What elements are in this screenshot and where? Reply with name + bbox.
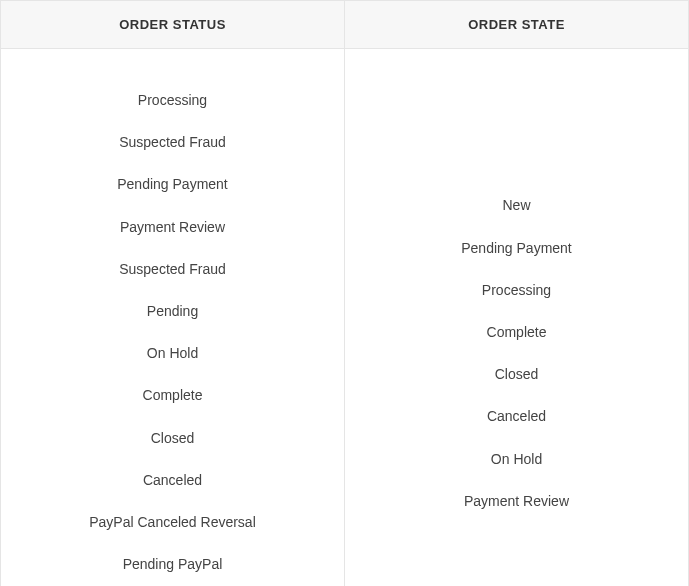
list-item: Pending PayPal	[123, 543, 223, 585]
order-state-header: ORDER STATE	[345, 1, 688, 49]
list-item: Processing	[482, 269, 551, 311]
list-item: New	[502, 184, 530, 226]
list-item: Payment Review	[464, 480, 569, 522]
list-item: Closed	[151, 417, 195, 459]
list-item: Pending Payment	[461, 227, 572, 269]
list-item: Complete	[487, 311, 547, 353]
list-item: On Hold	[147, 332, 198, 374]
order-state-column: ORDER STATE NewPending PaymentProcessing…	[345, 1, 688, 586]
list-item: Canceled	[143, 459, 202, 501]
order-state-body: NewPending PaymentProcessingCompleteClos…	[345, 49, 688, 586]
comparison-table: ORDER STATUS ProcessingSuspected FraudPe…	[0, 0, 689, 586]
order-status-body: ProcessingSuspected FraudPending Payment…	[1, 49, 344, 586]
order-status-column: ORDER STATUS ProcessingSuspected FraudPe…	[1, 1, 345, 586]
list-item: Suspected Fraud	[119, 121, 226, 163]
list-item: PayPal Canceled Reversal	[89, 501, 256, 543]
order-status-header: ORDER STATUS	[1, 1, 344, 49]
list-item: On Hold	[491, 438, 542, 480]
list-item: Complete	[143, 374, 203, 416]
list-item: Pending Payment	[117, 163, 228, 205]
list-item: Canceled	[487, 395, 546, 437]
list-item: Closed	[495, 353, 539, 395]
list-item: Pending	[147, 290, 198, 332]
list-item: Suspected Fraud	[119, 248, 226, 290]
list-item: Payment Review	[120, 206, 225, 248]
list-item: Processing	[138, 79, 207, 121]
